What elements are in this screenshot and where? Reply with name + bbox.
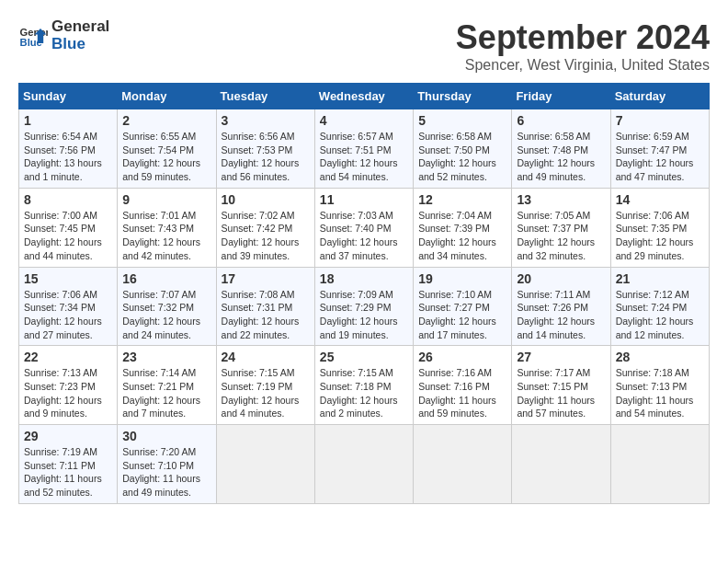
logo-icon: General Blue bbox=[18, 21, 48, 51]
day-info: Sunrise: 7:10 AMSunset: 7:27 PMDaylight:… bbox=[418, 288, 506, 342]
day-info: Sunrise: 7:11 AMSunset: 7:26 PMDaylight:… bbox=[517, 288, 605, 342]
day-number: 8 bbox=[24, 192, 112, 207]
calendar-day-cell: 13Sunrise: 7:05 AMSunset: 7:37 PMDayligh… bbox=[512, 188, 610, 267]
day-info: Sunrise: 7:09 AMSunset: 7:29 PMDaylight:… bbox=[320, 288, 408, 342]
day-number: 5 bbox=[418, 113, 506, 128]
day-number: 27 bbox=[517, 350, 605, 364]
day-info: Sunrise: 7:15 AMSunset: 7:19 PMDaylight:… bbox=[222, 366, 310, 420]
logo: General Blue General Blue bbox=[18, 18, 109, 52]
day-number: 6 bbox=[517, 113, 605, 128]
day-info: Sunrise: 7:06 AMSunset: 7:34 PMDaylight:… bbox=[24, 288, 112, 342]
calendar-day-cell: 10Sunrise: 7:02 AMSunset: 7:42 PMDayligh… bbox=[216, 188, 314, 267]
calendar-day-cell: 6Sunrise: 6:58 AMSunset: 7:48 PMDaylight… bbox=[512, 109, 610, 189]
weekday-header-cell: Tuesday bbox=[216, 84, 314, 109]
day-number: 13 bbox=[517, 192, 605, 207]
day-number: 17 bbox=[222, 271, 310, 286]
calendar-table: SundayMondayTuesdayWednesdayThursdayFrid… bbox=[18, 83, 710, 504]
day-number: 1 bbox=[24, 113, 112, 128]
day-number: 4 bbox=[320, 113, 408, 128]
calendar-week-row: 29Sunrise: 7:19 AMSunset: 7:11 PMDayligh… bbox=[19, 425, 710, 504]
day-number: 15 bbox=[24, 271, 112, 286]
day-info: Sunrise: 7:00 AMSunset: 7:45 PMDaylight:… bbox=[24, 209, 112, 263]
weekday-header-row: SundayMondayTuesdayWednesdayThursdayFrid… bbox=[19, 84, 710, 109]
day-info: Sunrise: 7:07 AMSunset: 7:32 PMDaylight:… bbox=[122, 288, 210, 342]
calendar-day-cell: 20Sunrise: 7:11 AMSunset: 7:26 PMDayligh… bbox=[512, 267, 610, 346]
calendar-body: 1Sunrise: 6:54 AMSunset: 7:56 PMDaylight… bbox=[19, 109, 710, 504]
calendar-day-cell bbox=[314, 425, 413, 504]
title-area: September 2024 Spencer, West Virginia, U… bbox=[456, 18, 710, 74]
logo-text-blue: Blue bbox=[51, 36, 109, 53]
weekday-header-cell: Saturday bbox=[610, 84, 709, 109]
day-info: Sunrise: 6:56 AMSunset: 7:53 PMDaylight:… bbox=[222, 130, 310, 184]
day-number: 28 bbox=[616, 350, 704, 364]
calendar-day-cell: 2Sunrise: 6:55 AMSunset: 7:54 PMDaylight… bbox=[118, 109, 216, 189]
day-info: Sunrise: 7:18 AMSunset: 7:13 PMDaylight:… bbox=[616, 366, 704, 420]
calendar-day-cell: 25Sunrise: 7:15 AMSunset: 7:18 PMDayligh… bbox=[314, 346, 413, 425]
day-info: Sunrise: 6:55 AMSunset: 7:54 PMDaylight:… bbox=[122, 130, 210, 184]
calendar-day-cell: 1Sunrise: 6:54 AMSunset: 7:56 PMDaylight… bbox=[19, 109, 118, 189]
day-number: 3 bbox=[222, 113, 310, 128]
day-number: 7 bbox=[616, 113, 704, 128]
calendar-week-row: 15Sunrise: 7:06 AMSunset: 7:34 PMDayligh… bbox=[19, 267, 710, 346]
calendar-day-cell: 30Sunrise: 7:20 AMSunset: 7:10 PMDayligh… bbox=[118, 425, 216, 504]
day-info: Sunrise: 7:03 AMSunset: 7:40 PMDaylight:… bbox=[320, 209, 408, 263]
day-info: Sunrise: 7:05 AMSunset: 7:37 PMDaylight:… bbox=[517, 209, 605, 263]
location-title: Spencer, West Virginia, United States bbox=[456, 57, 710, 74]
calendar-day-cell: 27Sunrise: 7:17 AMSunset: 7:15 PMDayligh… bbox=[512, 346, 610, 425]
weekday-header-cell: Monday bbox=[118, 84, 216, 109]
weekday-header-cell: Sunday bbox=[19, 84, 118, 109]
calendar-day-cell: 15Sunrise: 7:06 AMSunset: 7:34 PMDayligh… bbox=[19, 267, 118, 346]
calendar-day-cell: 23Sunrise: 7:14 AMSunset: 7:21 PMDayligh… bbox=[118, 346, 216, 425]
month-title: September 2024 bbox=[456, 18, 710, 57]
day-info: Sunrise: 6:59 AMSunset: 7:47 PMDaylight:… bbox=[616, 130, 704, 184]
calendar-day-cell: 3Sunrise: 6:56 AMSunset: 7:53 PMDaylight… bbox=[216, 109, 314, 189]
day-info: Sunrise: 6:57 AMSunset: 7:51 PMDaylight:… bbox=[320, 130, 408, 184]
calendar-week-row: 8Sunrise: 7:00 AMSunset: 7:45 PMDaylight… bbox=[19, 188, 710, 267]
day-number: 16 bbox=[122, 271, 210, 286]
weekday-header-cell: Friday bbox=[512, 84, 610, 109]
day-number: 21 bbox=[616, 271, 704, 286]
calendar-day-cell: 19Sunrise: 7:10 AMSunset: 7:27 PMDayligh… bbox=[414, 267, 512, 346]
calendar-day-cell: 16Sunrise: 7:07 AMSunset: 7:32 PMDayligh… bbox=[118, 267, 216, 346]
calendar-day-cell: 29Sunrise: 7:19 AMSunset: 7:11 PMDayligh… bbox=[19, 425, 118, 504]
calendar-day-cell: 5Sunrise: 6:58 AMSunset: 7:50 PMDaylight… bbox=[414, 109, 512, 189]
weekday-header-cell: Thursday bbox=[414, 84, 512, 109]
day-info: Sunrise: 7:04 AMSunset: 7:39 PMDaylight:… bbox=[418, 209, 506, 263]
calendar-day-cell: 8Sunrise: 7:00 AMSunset: 7:45 PMDaylight… bbox=[19, 188, 118, 267]
day-info: Sunrise: 7:06 AMSunset: 7:35 PMDaylight:… bbox=[616, 209, 704, 263]
calendar-day-cell: 7Sunrise: 6:59 AMSunset: 7:47 PMDaylight… bbox=[610, 109, 709, 189]
calendar-week-row: 22Sunrise: 7:13 AMSunset: 7:23 PMDayligh… bbox=[19, 346, 710, 425]
calendar-day-cell: 14Sunrise: 7:06 AMSunset: 7:35 PMDayligh… bbox=[610, 188, 709, 267]
day-info: Sunrise: 7:08 AMSunset: 7:31 PMDaylight:… bbox=[222, 288, 310, 342]
day-number: 18 bbox=[320, 271, 408, 286]
day-info: Sunrise: 6:54 AMSunset: 7:56 PMDaylight:… bbox=[24, 130, 112, 184]
day-number: 29 bbox=[24, 429, 112, 443]
day-info: Sunrise: 7:02 AMSunset: 7:42 PMDaylight:… bbox=[222, 209, 310, 263]
day-info: Sunrise: 7:16 AMSunset: 7:16 PMDaylight:… bbox=[418, 366, 506, 420]
day-number: 20 bbox=[517, 271, 605, 286]
calendar-day-cell: 22Sunrise: 7:13 AMSunset: 7:23 PMDayligh… bbox=[19, 346, 118, 425]
day-number: 24 bbox=[222, 350, 310, 364]
calendar-day-cell bbox=[414, 425, 512, 504]
day-number: 19 bbox=[418, 271, 506, 286]
day-number: 25 bbox=[320, 350, 408, 364]
day-info: Sunrise: 7:15 AMSunset: 7:18 PMDaylight:… bbox=[320, 366, 408, 420]
day-number: 23 bbox=[122, 350, 210, 364]
calendar-day-cell bbox=[216, 425, 314, 504]
day-number: 22 bbox=[24, 350, 112, 364]
day-number: 2 bbox=[122, 113, 210, 128]
calendar-day-cell: 9Sunrise: 7:01 AMSunset: 7:43 PMDaylight… bbox=[118, 188, 216, 267]
day-info: Sunrise: 6:58 AMSunset: 7:48 PMDaylight:… bbox=[517, 130, 605, 184]
day-info: Sunrise: 7:17 AMSunset: 7:15 PMDaylight:… bbox=[517, 366, 605, 420]
weekday-header-cell: Wednesday bbox=[314, 84, 413, 109]
calendar-day-cell: 18Sunrise: 7:09 AMSunset: 7:29 PMDayligh… bbox=[314, 267, 413, 346]
day-number: 10 bbox=[222, 192, 310, 207]
day-number: 11 bbox=[320, 192, 408, 207]
day-info: Sunrise: 7:01 AMSunset: 7:43 PMDaylight:… bbox=[122, 209, 210, 263]
day-info: Sunrise: 7:12 AMSunset: 7:24 PMDaylight:… bbox=[616, 288, 704, 342]
calendar-day-cell bbox=[610, 425, 709, 504]
day-number: 26 bbox=[418, 350, 506, 364]
day-number: 9 bbox=[122, 192, 210, 207]
calendar-day-cell: 17Sunrise: 7:08 AMSunset: 7:31 PMDayligh… bbox=[216, 267, 314, 346]
day-number: 14 bbox=[616, 192, 704, 207]
